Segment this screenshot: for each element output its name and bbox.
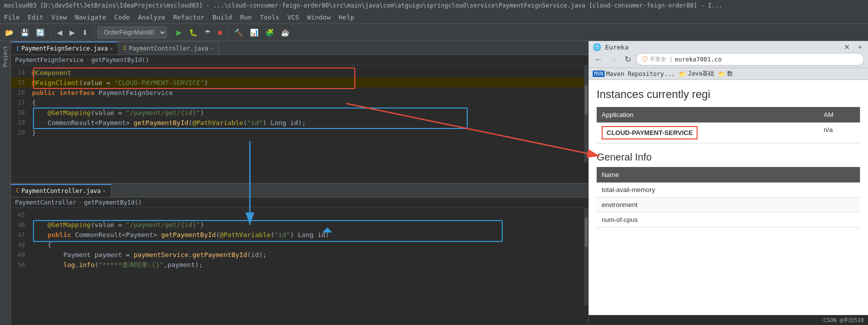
toolbar-stop-btn[interactable]: ■ (215, 26, 225, 38)
line-num-17: 17 (11, 99, 29, 106)
toolbar-sep-3 (170, 28, 170, 38)
scrollbar-bottom[interactable] (584, 208, 588, 306)
code-line-48: 48 { (11, 240, 588, 250)
code-area-bottom: 45 46 @GetMapping(value = "/payment/get/… (11, 208, 588, 306)
line-content-19: CommonResult<Payment> getPaymentById(@Pa… (30, 119, 588, 126)
code-line-19: 19 CommonResult<Payment> getPaymentById(… (11, 118, 588, 128)
eureka-instances-table: Application AM CLOUD-PAYMENT-SERVICE n/a (597, 107, 860, 144)
top-editor-section: I PaymentFeignService.java ✕ C PaymentCo… (11, 41, 588, 183)
breadcrumb-bottom: PaymentController › getPaymentById() (11, 198, 588, 208)
bookmark-java-label: Java基础 (688, 70, 714, 78)
browser-new-tab-btn[interactable]: + (856, 43, 864, 51)
browser-reload-btn[interactable]: ↻ (623, 54, 633, 65)
menu-item-run[interactable]: Run (236, 12, 255, 22)
line-content-48: { (30, 241, 588, 248)
menu-item-tools[interactable]: Tools (256, 12, 283, 22)
breadcrumb-sep: › (85, 56, 89, 64)
toolbar-build-btn[interactable]: 🔨 (231, 26, 246, 38)
line-content-20: } (30, 129, 588, 136)
line-content-14: @Component (30, 69, 588, 76)
general-info-table: Name total-avail-memory environment num-… (597, 167, 860, 228)
line-num-49: 49 (11, 252, 29, 258)
scrollbar-top[interactable] (584, 66, 588, 163)
toolbar-back-btn[interactable]: ◀ (54, 26, 65, 38)
tab-label: PaymentController.java (129, 45, 208, 52)
line-num-48: 48 (11, 242, 29, 248)
menu-bar: File Edit View Navigate Code Analyze Ref… (0, 11, 868, 24)
service-name-badge: CLOUD-PAYMENT-SERVICE (602, 126, 698, 140)
menu-item-help[interactable]: Help (335, 12, 358, 22)
line-num-15: 15 (11, 79, 29, 86)
maven-icon: MVN (593, 70, 605, 77)
browser-favicon: 🌐 (593, 43, 601, 51)
toolbar-module-btn[interactable]: 🧩 (262, 26, 277, 38)
toolbar-debug-btn[interactable]: 🐛 (186, 26, 200, 38)
browser-chrome: 🌐 Eureka ✕ + ← → ↻ ⓘ 不安全 | eureka7001.co (589, 41, 868, 68)
menu-item-navigate[interactable]: Navigate (71, 12, 110, 22)
line-num-47: 47 (11, 232, 29, 238)
line-content-18: @GetMapping(value = "/payment/get/{id}") (30, 109, 588, 116)
tab-payment-feign-service[interactable]: I PaymentFeignService.java ✕ (11, 42, 118, 54)
menu-item-build[interactable]: Build (208, 12, 236, 22)
menu-item-code[interactable]: Code (110, 12, 134, 22)
toolbar-nav-recent-btn[interactable]: ⬇ (79, 26, 91, 38)
toolbar-forward-btn[interactable]: ▶ (66, 26, 78, 38)
address-text: eureka7001.co (675, 56, 722, 63)
run-config-dropdown[interactable]: OrderFeignMain80 (97, 26, 167, 38)
bookmark-shu[interactable]: 📁 数 (718, 70, 733, 78)
eureka-row-1: CLOUD-PAYMENT-SERVICE n/a (597, 122, 860, 144)
menu-item-view[interactable]: View (47, 12, 71, 22)
line-num-45: 45 (11, 212, 29, 218)
editor-split: I PaymentFeignService.java ✕ C PaymentCo… (11, 41, 588, 325)
toolbar-coverage-btn[interactable]: ☂ (201, 26, 214, 38)
bottom-editor-section: C PaymentController.java ✕ PaymentContro… (11, 183, 588, 326)
toolbar-open-btn[interactable]: 📂 (2, 26, 16, 38)
menu-item-refactor[interactable]: Refactor (169, 12, 209, 22)
menu-item-window[interactable]: Window (303, 12, 335, 22)
code-line-47: 47 public CommonResult<Payment> getPayme… (11, 230, 588, 240)
tab-close-bottom[interactable]: ✕ (103, 188, 106, 194)
toolbar-sdk-btn[interactable]: ☕ (278, 26, 292, 38)
tab-close-btn[interactable]: ✕ (110, 46, 113, 52)
tab-payment-controller-bottom[interactable]: C PaymentController.java ✕ (11, 184, 111, 197)
code-line-45: 45 (11, 210, 588, 220)
address-bar[interactable]: ⓘ 不安全 | eureka7001.co (636, 53, 864, 66)
code-line-17: 17 { (11, 98, 588, 108)
browser-content[interactable]: Instances currently regi Application AM … (589, 80, 868, 315)
toolbar-sep-4 (228, 28, 228, 38)
bookmark-maven[interactable]: MVN Maven Repository... (593, 70, 675, 78)
menu-item-analyze[interactable]: Analyze (134, 12, 169, 22)
code-line-14: 14 @Component (11, 68, 588, 78)
browser-title-text: Eureka (605, 44, 838, 51)
menu-item-vcs[interactable]: VCS (283, 12, 303, 22)
line-num-19: 19 (11, 119, 29, 126)
line-num-16: 16 (11, 89, 29, 96)
code-line-49: 49 Payment payment = paymentService.getP… (11, 250, 588, 260)
sidebar-tab-project[interactable]: Project (1, 43, 9, 70)
toolbar-save-btn[interactable]: 💾 (17, 26, 32, 38)
editor-area: I PaymentFeignService.java ✕ C PaymentCo… (11, 41, 588, 325)
general-row-2: environment (597, 198, 860, 212)
address-prefix: 不安全 | (650, 56, 673, 63)
class-icon-bottom: C (16, 188, 19, 194)
toolbar-structure-btn[interactable]: 📊 (247, 26, 261, 38)
toolbar-run-btn[interactable]: ▶ (173, 26, 185, 38)
general-row-3: num-of-cpus (597, 212, 860, 228)
menu-item-edit[interactable]: Edit (23, 12, 47, 22)
line-num-14: 14 (11, 69, 29, 76)
tab-payment-controller-top[interactable]: C PaymentController.java ✕ (118, 42, 219, 54)
bookmark-java[interactable]: 📁 Java基础 (679, 70, 714, 78)
eureka-instances-title: Instances currently regi (597, 88, 860, 101)
tab-close-btn-2[interactable]: ✕ (210, 46, 213, 51)
interface-icon: I (16, 46, 19, 52)
browser-forward-btn[interactable]: → (608, 54, 620, 65)
menu-item-file[interactable]: File (0, 12, 23, 22)
left-sidebar: Project (0, 41, 11, 325)
browser-close-btn[interactable]: ✕ (842, 43, 852, 51)
line-content-15: @FeignClient(value = "CLOUD-PAYMENT-SERV… (30, 79, 588, 86)
editor-tabs-bottom: C PaymentController.java ✕ (11, 184, 588, 198)
toolbar-sync-btn[interactable]: 🔄 (33, 26, 47, 38)
scrollbar-thumb-bottom (585, 218, 588, 247)
eureka-am-cell: n/a (819, 122, 860, 144)
browser-back-btn[interactable]: ← (593, 54, 605, 65)
